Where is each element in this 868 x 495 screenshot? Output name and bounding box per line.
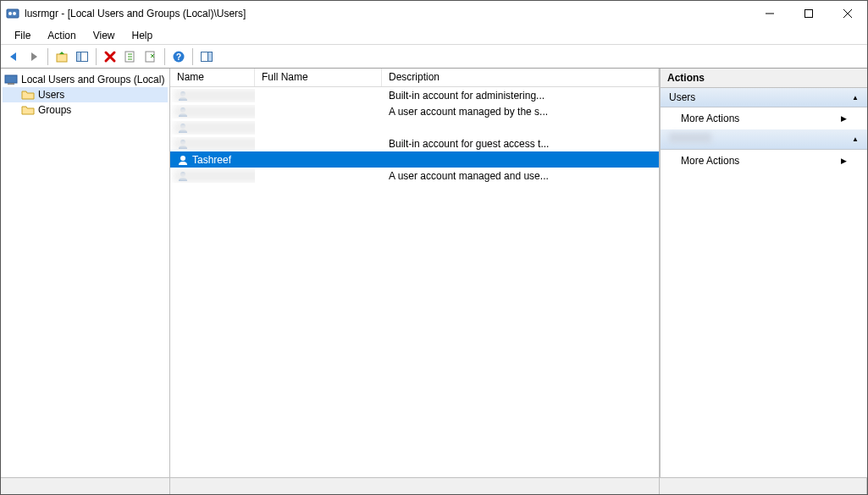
list-header: Name Full Name Description xyxy=(170,69,659,87)
cell-name xyxy=(170,137,255,151)
close-button[interactable] xyxy=(828,1,867,26)
cell-description: Built-in account for guest access t... xyxy=(382,137,659,151)
tree-groups-label: Groups xyxy=(38,104,71,116)
cell-full-name xyxy=(255,127,382,129)
up-button[interactable] xyxy=(53,47,71,66)
svg-rect-15 xyxy=(208,52,213,61)
user-icon xyxy=(177,154,189,166)
svg-point-2 xyxy=(13,12,16,15)
cell-name: Tashreef xyxy=(170,153,255,167)
table-row[interactable]: Built-in account for administering... xyxy=(170,87,659,103)
app-icon xyxy=(6,7,19,20)
svg-rect-7 xyxy=(57,54,67,62)
svg-text:?: ? xyxy=(176,52,181,62)
cell-full-name xyxy=(255,175,382,177)
folder-icon xyxy=(21,88,35,102)
column-description[interactable]: Description xyxy=(382,69,659,86)
minimize-button[interactable] xyxy=(750,1,789,26)
cell-description: Built-in account for administering... xyxy=(382,89,659,102)
help-button[interactable]: ? xyxy=(169,47,188,66)
show-hide-action-pane-button[interactable] xyxy=(197,47,216,66)
svg-rect-17 xyxy=(8,83,14,85)
tree-users-label: Users xyxy=(38,89,64,101)
actions-group-users-label: Users xyxy=(669,91,695,103)
statusbar-segment xyxy=(660,478,867,495)
table-row[interactable]: A user account managed by the s... xyxy=(170,103,659,119)
svg-rect-16 xyxy=(5,75,17,83)
refresh-button[interactable] xyxy=(121,47,140,66)
actions-pane: Actions Users ▲ More Actions ▶ ▲ More Ac… xyxy=(660,69,867,477)
cell-description xyxy=(382,159,659,161)
collapse-icon: ▲ xyxy=(852,135,859,143)
toolbar-separator xyxy=(192,48,193,65)
menu-view[interactable]: View xyxy=(85,28,124,43)
menubar: File Action View Help xyxy=(1,26,867,45)
export-list-button[interactable] xyxy=(141,47,160,66)
cell-name xyxy=(170,169,255,183)
cell-name xyxy=(170,105,255,118)
main-area: Local Users and Groups (Local) Users Gro… xyxy=(1,69,867,477)
column-name[interactable]: Name xyxy=(170,69,255,86)
toolbar: ? xyxy=(1,45,867,69)
maximize-button[interactable] xyxy=(789,1,828,26)
actions-group-selected[interactable]: ▲ xyxy=(661,129,867,150)
computer-icon xyxy=(4,73,18,86)
window-controls xyxy=(750,1,867,26)
table-row[interactable] xyxy=(170,119,659,135)
collapse-icon: ▲ xyxy=(852,94,859,102)
svg-point-22 xyxy=(180,156,185,161)
cell-full-name xyxy=(255,111,382,113)
table-row[interactable]: A user account managed and use... xyxy=(170,168,659,184)
tree-root[interactable]: Local Users and Groups (Local) xyxy=(3,72,168,87)
toolbar-separator xyxy=(96,48,97,65)
list-body: Built-in account for administering...A u… xyxy=(170,87,659,477)
toolbar-separator xyxy=(47,48,48,65)
cell-description: A user account managed and use... xyxy=(382,169,659,183)
tree-item-groups[interactable]: Groups xyxy=(3,102,168,118)
menu-file[interactable]: File xyxy=(6,28,39,43)
forward-button[interactable] xyxy=(25,47,43,66)
chevron-right-icon: ▶ xyxy=(841,114,847,123)
tree-pane: Local Users and Groups (Local) Users Gro… xyxy=(1,69,170,477)
window-title: lusrmgr - [Local Users and Groups (Local… xyxy=(25,8,246,19)
actions-more-selected[interactable]: More Actions ▶ xyxy=(661,150,867,172)
actions-more-label: More Actions xyxy=(681,113,739,124)
table-row[interactable]: Tashreef xyxy=(170,151,659,168)
cell-description xyxy=(382,127,659,129)
cell-name xyxy=(170,121,255,135)
titlebar: lusrmgr - [Local Users and Groups (Local… xyxy=(1,1,867,26)
column-full-name[interactable]: Full Name xyxy=(255,69,382,86)
cell-full-name xyxy=(255,143,382,145)
actions-more-users[interactable]: More Actions ▶ xyxy=(661,107,867,129)
svg-point-1 xyxy=(8,12,12,15)
actions-more-label: More Actions xyxy=(681,155,739,167)
tree-item-users[interactable]: Users xyxy=(3,87,168,102)
show-hide-tree-button[interactable] xyxy=(73,47,91,66)
table-row[interactable]: Built-in account for guest access t... xyxy=(170,135,659,151)
cell-full-name xyxy=(255,159,382,161)
chevron-right-icon: ▶ xyxy=(841,157,847,165)
folder-icon xyxy=(21,103,35,117)
svg-rect-4 xyxy=(805,10,813,18)
list-pane: Name Full Name Description Built-in acco… xyxy=(170,69,660,477)
cell-name-text: Tashreef xyxy=(192,154,231,166)
back-button[interactable] xyxy=(4,47,23,66)
statusbar-segment xyxy=(1,478,170,495)
cell-full-name xyxy=(255,95,382,96)
cell-name xyxy=(170,89,255,102)
toolbar-separator xyxy=(164,48,165,65)
tree-root-label: Local Users and Groups (Local) xyxy=(21,74,164,85)
cell-description: A user account managed by the s... xyxy=(382,105,659,118)
statusbar xyxy=(1,477,867,495)
menu-help[interactable]: Help xyxy=(124,28,162,43)
menu-action[interactable]: Action xyxy=(39,28,84,43)
statusbar-segment xyxy=(170,478,660,495)
actions-group-selected-label xyxy=(669,133,711,146)
svg-rect-9 xyxy=(77,52,81,61)
actions-header: Actions xyxy=(661,69,867,88)
delete-button[interactable] xyxy=(101,47,119,66)
actions-group-users[interactable]: Users ▲ xyxy=(661,88,867,107)
